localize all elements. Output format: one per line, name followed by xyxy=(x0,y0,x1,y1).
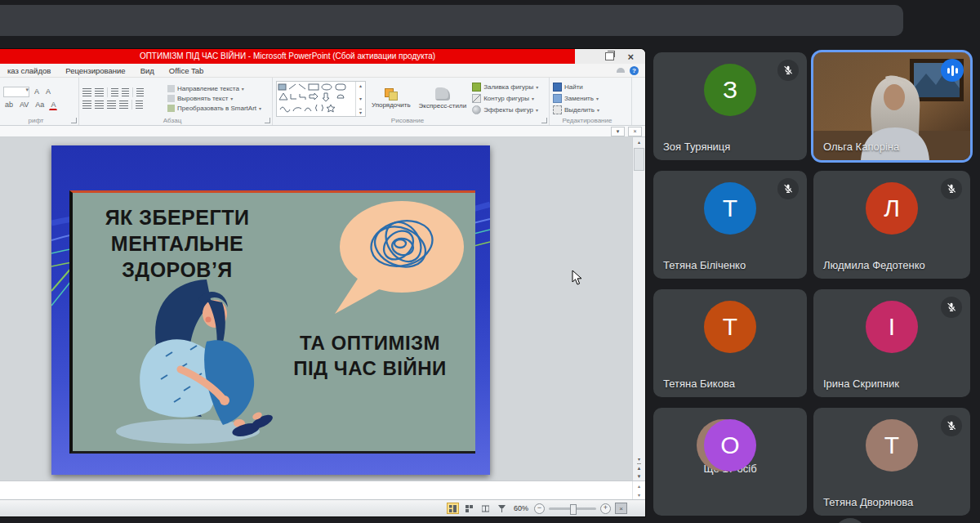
notes-scroll-up-icon[interactable]: ▴ xyxy=(638,483,640,489)
slide[interactable]: ЯК ЗБЕРЕГТИ МЕНТАЛЬНЕ ЗДОРОВ’Я xyxy=(51,145,490,475)
hidden-control-peek xyxy=(835,518,866,523)
text-direction-button[interactable]: Направление текста ▾ xyxy=(167,85,261,92)
zoom-level: 60% xyxy=(514,504,528,512)
mic-muted-icon xyxy=(941,178,962,199)
replace-button[interactable]: Заменить ▾ xyxy=(553,94,599,103)
participant-name: Тетяна Біліченко xyxy=(663,259,746,271)
find-button[interactable]: Найти xyxy=(553,83,599,92)
avatar: О xyxy=(704,419,756,472)
dialog-launcher-icon[interactable] xyxy=(265,118,270,123)
line-spacing-icon[interactable] xyxy=(136,88,144,96)
slide-sorter-view-button[interactable] xyxy=(463,503,475,514)
increase-indent-icon[interactable] xyxy=(122,88,129,96)
participant-tile-tetiana-bykova[interactable]: Т Тетяна Бикова xyxy=(653,289,807,397)
previous-slide-icon[interactable]: ▲ xyxy=(637,463,642,472)
font-size-combo[interactable] xyxy=(3,87,29,97)
participant-tile-liudmyla[interactable]: Л Людмила Федотенко xyxy=(813,171,970,279)
shape-outline-button[interactable]: Контур фигуры ▾ xyxy=(472,94,538,103)
participant-tile-tetiana-d[interactable]: Т Тетяна Дворянова xyxy=(813,408,970,516)
font-color-icon[interactable]: A xyxy=(49,100,57,110)
mouse-cursor xyxy=(572,270,583,286)
quick-styles-button[interactable]: Экспресс-стили xyxy=(416,81,470,115)
align-text-icon xyxy=(167,95,175,102)
notes-scroll-down-icon[interactable]: ▾ xyxy=(638,492,640,498)
help-icon[interactable]: ? xyxy=(630,66,639,75)
top-banner xyxy=(0,5,903,36)
shape-fill-button[interactable]: Заливка фигуры ▾ xyxy=(472,83,538,92)
tab-view[interactable]: Вид xyxy=(133,66,162,75)
find-icon xyxy=(553,83,562,92)
group-label-editing: Редактирование xyxy=(550,117,625,124)
tab-review[interactable]: Рецензирование xyxy=(58,66,132,75)
justify-icon[interactable] xyxy=(119,101,128,109)
normal-view-button[interactable] xyxy=(447,503,459,514)
avatar: І xyxy=(866,301,918,353)
align-center-icon[interactable] xyxy=(95,101,104,109)
strikethrough-icon[interactable]: ab xyxy=(3,100,15,110)
fit-to-window-button[interactable]: × xyxy=(615,503,627,514)
ppt-window-title: ОПТИМІЗМ ПІД ЧАС ВІЙНИ - Microsoft Power… xyxy=(0,49,575,64)
shape-icons xyxy=(277,82,355,114)
shapes-gallery[interactable]: ▴ ▾ ▾ xyxy=(276,81,366,117)
ppt-ribbon: A A ab AV Aa A рифт xyxy=(0,78,645,126)
shape-fill-icon xyxy=(472,83,481,92)
ppt-ribbon-tabs: каз слайдов Рецензирование Вид Office Ta… xyxy=(0,64,645,78)
group-label-font: рифт xyxy=(0,117,72,124)
char-spacing-icon[interactable]: AV xyxy=(18,100,30,110)
slide-poster-image: ЯК ЗБЕРЕГТИ МЕНТАЛЬНЕ ЗДОРОВ’Я xyxy=(69,190,475,454)
avatar: З xyxy=(704,64,756,116)
shrink-font-icon[interactable]: A xyxy=(44,87,52,96)
avatar: Т xyxy=(704,182,756,235)
tab-slideshow[interactable]: каз слайдов xyxy=(0,66,58,75)
participant-name: Ольга Капоріна xyxy=(823,141,899,153)
grow-font-icon[interactable]: A xyxy=(33,87,41,96)
zoom-slider-thumb[interactable] xyxy=(570,504,577,515)
dialog-launcher-icon[interactable] xyxy=(541,118,547,123)
vertical-scrollbar[interactable]: ▴ ▾ ▲ ▼ xyxy=(632,137,645,481)
ppt-statusbar: 60% − + × xyxy=(0,499,645,516)
align-text-button[interactable]: Выровнять текст ▾ xyxy=(167,95,261,102)
tab-office-tab[interactable]: Office Tab xyxy=(162,66,211,75)
participant-tile-olha-video[interactable]: Ольга Капоріна xyxy=(813,52,970,160)
more-participants-tile[interactable]: О Л Ще 17 осіб xyxy=(653,408,807,516)
bullets-icon[interactable] xyxy=(82,88,91,96)
scroll-up-icon[interactable]: ▴ xyxy=(638,137,640,146)
shape-effects-icon xyxy=(472,105,481,114)
participant-name: Людмила Федотенко xyxy=(823,259,925,271)
align-right-icon[interactable] xyxy=(107,101,116,109)
zoom-in-button[interactable]: + xyxy=(600,503,611,514)
reading-view-button[interactable] xyxy=(479,503,492,514)
smartart-button[interactable]: Преобразовать в SmartArt ▾ xyxy=(167,105,261,112)
columns-icon[interactable] xyxy=(136,101,143,109)
participant-tile-tetiana-b[interactable]: Т Тетяна Біліченко xyxy=(653,171,807,279)
align-left-icon[interactable] xyxy=(82,101,91,109)
notes-pane[interactable]: ▴ ▾ xyxy=(0,481,645,499)
shape-effects-button[interactable]: Эффекты фигур ▾ xyxy=(472,105,538,114)
zoom-out-button[interactable]: − xyxy=(534,503,545,514)
arrange-button[interactable]: Упорядочить xyxy=(369,81,413,115)
minimize-document-icon[interactable]: ▾ xyxy=(611,127,625,136)
numbering-icon[interactable] xyxy=(95,88,104,96)
ribbon-group-font: A A ab AV Aa A рифт xyxy=(0,78,79,125)
select-button[interactable]: Выделить ▾ xyxy=(553,105,599,114)
shape-outline-icon xyxy=(472,94,481,103)
restore-window-icon[interactable] xyxy=(605,52,614,60)
close-window-icon[interactable]: × xyxy=(627,51,634,62)
participant-tile-zoya[interactable]: З Зоя Туряниця xyxy=(653,52,807,160)
quick-styles-icon xyxy=(435,87,450,101)
change-case-icon[interactable]: Aa xyxy=(33,100,46,110)
participants-grid: З Зоя Туряниця xyxy=(653,52,970,516)
decrease-indent-icon[interactable] xyxy=(111,88,118,96)
google-meet-window: ОПТИМІЗМ ПІД ЧАС ВІЙНИ - Microsoft Power… xyxy=(0,0,980,523)
shapes-scrollbar[interactable]: ▴ ▾ ▾ xyxy=(355,82,365,116)
participant-tile-iryna[interactable]: І Ірина Скрипник xyxy=(813,289,970,397)
slideshow-view-button[interactable] xyxy=(496,503,508,514)
scroll-down-icon[interactable]: ▾ xyxy=(638,454,640,463)
notes-scrollbar[interactable]: ▴ ▾ xyxy=(632,481,645,499)
zoom-slider[interactable] xyxy=(549,507,596,510)
close-document-icon[interactable]: × xyxy=(628,127,642,136)
scrollbar-thumb[interactable] xyxy=(634,148,644,171)
dialog-launcher-icon[interactable] xyxy=(71,118,77,123)
sad-woman-illustration xyxy=(102,271,294,447)
next-slide-icon[interactable]: ▼ xyxy=(637,472,642,481)
